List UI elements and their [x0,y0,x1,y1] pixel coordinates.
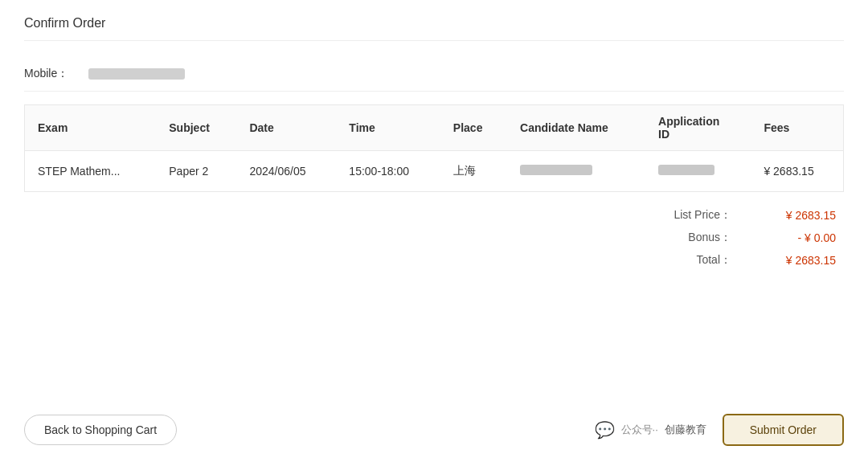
total-label: Total： [659,253,731,268]
cell-subject: Paper 2 [156,151,236,192]
cell-place: 上海 [440,151,507,192]
total-value: ¥ 2683.15 [764,254,836,267]
list-price-label: List Price： [659,208,731,223]
candidate-name-blurred [520,165,592,175]
cell-date: 2024/06/05 [236,151,336,192]
table-header-row: Exam Subject Date Time Place Candidate N… [25,105,844,151]
bonus-value: - ¥ 0.00 [764,231,836,244]
table-row: STEP Mathem... Paper 2 2024/06/05 15:00-… [25,151,844,192]
mobile-row: Mobile： [24,57,844,92]
order-table: Exam Subject Date Time Place Candidate N… [24,104,844,192]
bottom-right: 💬 公众号·· 创藤教育 Submit Order [595,414,844,446]
page-title: Confirm Order [24,16,844,41]
cell-candidate-name [507,151,645,192]
bonus-row: Bonus： - ¥ 0.00 [595,231,836,245]
bonus-label: Bonus： [659,231,731,245]
watermark-text: 公众号·· [621,423,658,437]
col-application-id: ApplicationID [645,105,751,151]
mobile-label: Mobile： [24,67,72,81]
list-price-row: List Price： ¥ 2683.15 [595,208,836,223]
footer-actions: Back to Shopping Cart 💬 公众号·· 创藤教育 Submi… [24,406,844,446]
cell-exam: STEP Mathem... [25,151,157,192]
col-place: Place [440,105,507,151]
cell-fees: ¥ 2683.15 [751,151,843,192]
total-row: Total： ¥ 2683.15 [595,253,836,268]
page-container: Confirm Order Mobile： Exam Subject Date … [0,0,868,462]
pricing-section: List Price： ¥ 2683.15 Bonus： - ¥ 0.00 To… [24,208,844,268]
wechat-icon: 💬 [595,420,615,440]
mobile-value-blurred [88,68,185,80]
submit-order-button[interactable]: Submit Order [723,414,844,446]
col-time: Time [336,105,440,151]
col-date: Date [236,105,336,151]
watermark-area: 💬 公众号·· 创藤教育 [595,420,706,440]
cell-time: 15:00-18:00 [336,151,440,192]
back-to-cart-button[interactable]: Back to Shopping Cart [24,415,177,445]
application-id-blurred [658,165,714,175]
cell-application-id [645,151,751,192]
list-price-value: ¥ 2683.15 [764,209,836,222]
col-fees: Fees [751,105,843,151]
col-subject: Subject [156,105,236,151]
col-candidate-name: Candidate Name [507,105,645,151]
col-exam: Exam [25,105,157,151]
brand-name: 创藤教育 [665,423,706,437]
